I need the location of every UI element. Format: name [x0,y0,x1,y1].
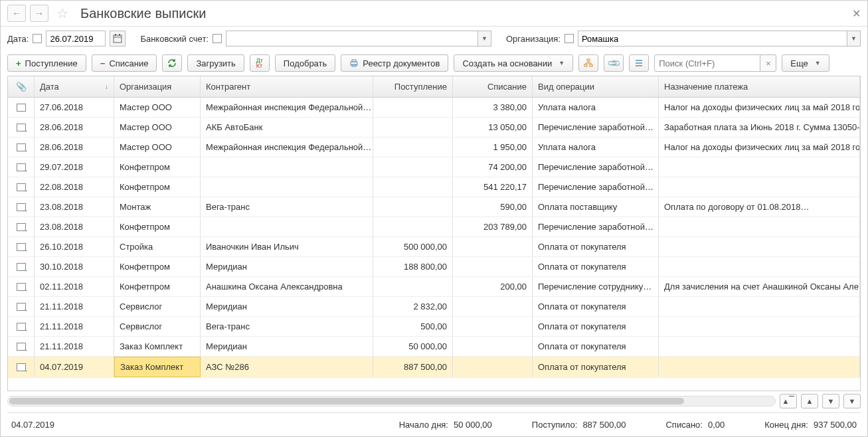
horizontal-scrollbar[interactable] [7,396,776,406]
nav-back-button[interactable]: ← [7,5,26,22]
search-clear-icon[interactable]: × [760,54,776,72]
pick-button[interactable]: Подобрать [275,54,335,72]
scroll-top-icon[interactable]: ▲ [780,394,797,408]
cell-operation: Оплата поставщику [533,197,659,217]
cell-outgoing [453,357,533,377]
calendar-icon[interactable] [110,31,126,46]
table-row[interactable]: 23.08.2018МонтажВега-транс590,00Оплата п… [8,197,860,217]
table-row[interactable]: 22.08.2018Конфетпром541 220,17Перечислен… [8,177,860,197]
registry-button[interactable]: Реестр документов [341,54,448,72]
more-button[interactable]: Еще▼ [782,54,829,72]
structure-icon[interactable] [578,54,598,72]
cell-date: 29.07.2018 [35,157,114,177]
column-org[interactable]: Организация [114,76,201,97]
table-row[interactable]: 28.06.2018Мастер ОООМежрайонная инспекци… [8,137,860,157]
column-attachment[interactable]: 📎 [8,76,35,97]
status-in-value: 887 500,00 [582,420,626,430]
cell-incoming: 2 832,00 [373,297,453,316]
account-filter-checkbox[interactable] [213,34,222,43]
cell-org: Конфетпром [114,277,201,296]
date-filter-input[interactable] [46,31,106,46]
cell-description [659,157,860,177]
table-row[interactable]: 21.11.2018СервислогМеридиан2 832,00Оплат… [8,297,860,317]
cell-outgoing: 1 950,00 [453,137,533,157]
status-end-value: 937 500,00 [814,420,857,430]
column-agent[interactable]: Контрагент [201,76,373,97]
table-row[interactable]: 21.11.2018Заказ КомплектМеридиан50 000,0… [8,337,860,357]
scroll-up-icon[interactable]: ▲ [801,394,818,408]
cell-incoming [373,177,453,197]
svg-rect-0 [114,35,122,43]
svg-rect-8 [584,64,587,66]
cell-operation: Оплата от покупателя [533,337,659,356]
svg-rect-3 [119,34,120,36]
cell-incoming [373,118,453,137]
cell-org: Сервислог [114,297,201,316]
cell-agent: Анашкина Оксана Александровна [201,277,373,296]
cell-agent: Вега-транс [201,197,373,217]
org-dropdown-icon[interactable]: ▼ [847,31,861,46]
cell-date: 27.06.2018 [35,98,114,117]
cell-org: Мастер ООО [114,137,201,157]
data-grid[interactable]: 📎 Дата↓ Организация Контрагент Поступлен… [7,76,861,391]
table-row[interactable]: 27.06.2018Мастер ОООМежрайонная инспекци… [8,98,860,118]
incoming-button[interactable]: +Поступление [7,54,86,72]
cell-org: Мастер ООО [114,98,201,117]
column-incoming[interactable]: Поступление [373,76,453,97]
status-end-label: Конец дня: [764,420,808,430]
svg-rect-7 [587,59,590,61]
column-description[interactable]: Назначение платежа [659,76,860,97]
nav-forward-button[interactable]: → [30,5,48,22]
cell-description: Оплата по договору от 01.08.2018… [659,197,860,217]
cell-description: Налог на доходы физических лиц за май 20… [659,98,860,117]
cell-description [659,237,860,256]
column-date[interactable]: Дата↓ [35,76,114,97]
cell-description [659,337,860,356]
table-row[interactable]: 26.10.2018СтройкаИваночкин Иван Ильич500… [8,237,860,257]
list-settings-icon[interactable] [629,54,649,72]
table-row[interactable]: 04.07.2019Заказ КомплектАЗС №286887 500,… [8,357,860,378]
org-filter-checkbox[interactable] [564,34,574,43]
load-button[interactable]: Загрузить [187,54,244,72]
table-row[interactable]: 29.07.2018Конфетпром74 200,00Перечислени… [8,157,860,177]
column-outgoing[interactable]: Списание [453,76,533,97]
table-row[interactable]: 28.06.2018Мастер ОООАКБ АвтоБанк13 050,0… [8,118,860,137]
attachment-icon[interactable]: 📎 [604,54,624,72]
create-based-button[interactable]: Создать на основании▼ [454,54,573,72]
table-row[interactable]: 21.11.2018СервислогВега-транс500,00Оплат… [8,317,860,337]
row-type-icon [8,157,35,177]
account-dropdown-icon[interactable]: ▼ [478,31,491,46]
cell-agent: Межрайонная инспекция Федеральной… [201,98,373,117]
row-type-icon [8,217,35,236]
column-operation[interactable]: Вид операции [533,76,659,97]
favorite-star-icon[interactable]: ☆ [56,5,68,21]
table-row[interactable]: 23.08.2018Конфетпром203 789,00Перечислен… [8,217,860,237]
cell-agent: Меридиан [201,297,373,316]
account-filter-input[interactable] [226,31,478,46]
search-input[interactable] [654,54,760,72]
cell-date: 28.06.2018 [35,118,114,137]
scroll-bottom-icon[interactable]: ▼ [843,394,861,408]
date-filter-checkbox[interactable] [33,34,42,43]
outgoing-button[interactable]: −Списание [92,54,157,72]
cell-operation: Перечисление сотруднику… [533,277,659,296]
row-type-icon [8,277,35,296]
cell-incoming [373,157,453,177]
scroll-down-icon[interactable]: ▼ [822,394,839,408]
org-filter-input[interactable] [578,31,847,46]
cell-incoming: 500 000,00 [373,237,453,256]
cell-operation: Перечисление заработной… [533,177,659,197]
cell-operation: Перечисление заработной… [533,157,659,177]
account-filter-label: Банковский счет: [140,34,209,44]
cell-agent: Межрайонная инспекция Федеральной… [201,137,373,157]
dtkt-icon[interactable]: ДтКт [250,54,270,72]
cell-org: Монтаж [114,197,201,217]
table-row[interactable]: 30.10.2018КонфетпромМеридиан188 800,00Оп… [8,257,860,277]
status-out-value: 0,00 [708,420,725,430]
table-row[interactable]: 02.11.2018КонфетпромАнашкина Оксана Алек… [8,277,860,297]
refresh-icon[interactable] [162,54,182,72]
close-icon[interactable]: ✕ [852,7,861,20]
cell-org: Конфетпром [114,257,201,276]
cell-agent: Вега-транс [201,317,373,336]
cell-date: 21.11.2018 [35,337,114,356]
